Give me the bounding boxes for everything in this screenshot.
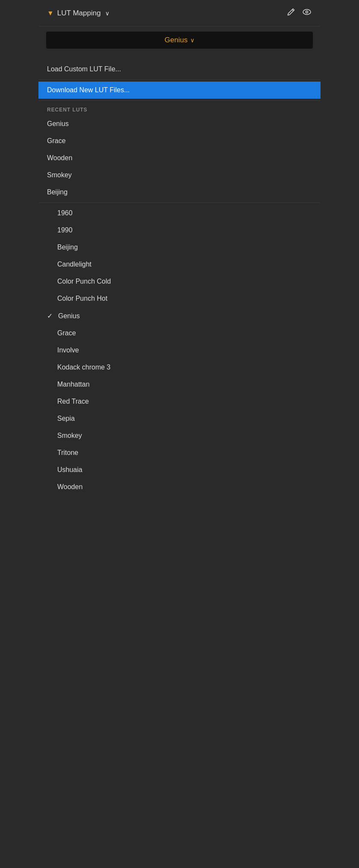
lut-color-punch-hot-label: Color Punch Hot xyxy=(57,295,107,302)
lut-color-punch-cold-label: Color Punch Cold xyxy=(57,278,111,285)
svg-point-1 xyxy=(306,11,308,13)
eye-icon[interactable] xyxy=(302,7,312,19)
lut-1990-label: 1990 xyxy=(57,226,73,234)
lut-item-genius[interactable]: ✓ Genius xyxy=(38,307,321,325)
lut-item-tritone[interactable]: Tritone xyxy=(38,444,321,461)
check-genius-icon: ✓ xyxy=(47,312,55,320)
recent-beijing-label: Beijing xyxy=(47,188,68,196)
lut-kodack-chrome-3-label: Kodack chrome 3 xyxy=(57,364,111,371)
lut-item-red-trace[interactable]: Red Trace xyxy=(38,393,321,410)
lut-item-color-punch-cold[interactable]: Color Punch Cold xyxy=(38,273,321,290)
header-dropdown-arrow-icon[interactable]: ∨ xyxy=(105,10,109,17)
recent-wooden-label: Wooden xyxy=(47,154,72,162)
lut-item-1990[interactable]: 1990 xyxy=(38,222,321,239)
recent-item-genius[interactable]: Genius xyxy=(38,115,321,132)
lut-wooden-label: Wooden xyxy=(57,483,82,491)
lut-item-grace[interactable]: Grace xyxy=(38,325,321,342)
divider-1 xyxy=(38,79,321,80)
panel-title: LUT Mapping xyxy=(57,9,101,18)
recent-genius-label: Genius xyxy=(47,120,69,128)
header-icons xyxy=(286,7,312,19)
recent-smokey-label: Smokey xyxy=(47,171,72,179)
divider-3 xyxy=(38,202,321,203)
header-left: ▼ LUT Mapping ∨ xyxy=(47,9,109,18)
download-new-lut-item[interactable]: Download New LUT Files... xyxy=(38,82,321,99)
lut-item-ushuaia[interactable]: Ushuaia xyxy=(38,461,321,478)
lut-smokey-label: Smokey xyxy=(57,432,82,440)
lut-item-sepia[interactable]: Sepia xyxy=(38,410,321,427)
recent-grace-label: Grace xyxy=(47,137,66,145)
lut-1960-label: 1960 xyxy=(57,209,73,217)
lut-item-color-punch-hot[interactable]: Color Punch Hot xyxy=(38,290,321,307)
dropdown-container: Genius ∨ xyxy=(38,26,321,61)
dropdown-selected-text: Genius xyxy=(165,36,188,44)
lut-item-manhattan[interactable]: Manhattan xyxy=(38,376,321,393)
lut-red-trace-label: Red Trace xyxy=(57,398,89,405)
recent-item-smokey[interactable]: Smokey xyxy=(38,167,321,184)
recent-luts-section-label: RECENT LUTS xyxy=(38,103,321,115)
recent-item-grace[interactable]: Grace xyxy=(38,132,321,150)
recent-item-beijing[interactable]: Beijing xyxy=(38,184,321,201)
lut-item-involve[interactable]: Involve xyxy=(38,342,321,359)
lut-candlelight-label: Candlelight xyxy=(57,261,91,268)
lut-beijing-label: Beijing xyxy=(57,243,78,251)
lut-item-smokey[interactable]: Smokey xyxy=(38,427,321,444)
lut-grace-label: Grace xyxy=(57,329,76,337)
lut-manhattan-label: Manhattan xyxy=(57,381,90,388)
dropdown-arrow-icon: ∨ xyxy=(190,37,194,44)
lut-item-kodack-chrome-3[interactable]: Kodack chrome 3 xyxy=(38,359,321,376)
lut-sepia-label: Sepia xyxy=(57,415,75,422)
pencil-icon[interactable] xyxy=(286,7,296,19)
recent-item-wooden[interactable]: Wooden xyxy=(38,150,321,167)
lut-involve-label: Involve xyxy=(57,346,79,354)
panel-header: ▼ LUT Mapping ∨ xyxy=(38,0,321,26)
dropdown-selected-button[interactable]: Genius ∨ xyxy=(46,32,313,49)
divider-2 xyxy=(38,100,321,101)
collapse-chevron-icon[interactable]: ▼ xyxy=(47,9,54,17)
download-new-lut-label: Download New LUT Files... xyxy=(47,86,130,94)
lut-item-wooden[interactable]: Wooden xyxy=(38,478,321,496)
dropdown-menu: Load Custom LUT File... Download New LUT… xyxy=(38,61,321,496)
load-custom-lut-label: Load Custom LUT File... xyxy=(47,65,121,73)
lut-item-1960[interactable]: 1960 xyxy=(38,205,321,222)
lut-genius-label: Genius xyxy=(58,312,80,320)
svg-point-0 xyxy=(303,9,311,15)
load-custom-lut-item[interactable]: Load Custom LUT File... xyxy=(38,61,321,78)
lut-item-candlelight[interactable]: Candlelight xyxy=(38,256,321,273)
lut-item-beijing[interactable]: Beijing xyxy=(38,239,321,256)
lut-mapping-panel: ▼ LUT Mapping ∨ Genius xyxy=(38,0,321,496)
lut-ushuaia-label: Ushuaia xyxy=(57,466,82,474)
lut-tritone-label: Tritone xyxy=(57,449,78,457)
